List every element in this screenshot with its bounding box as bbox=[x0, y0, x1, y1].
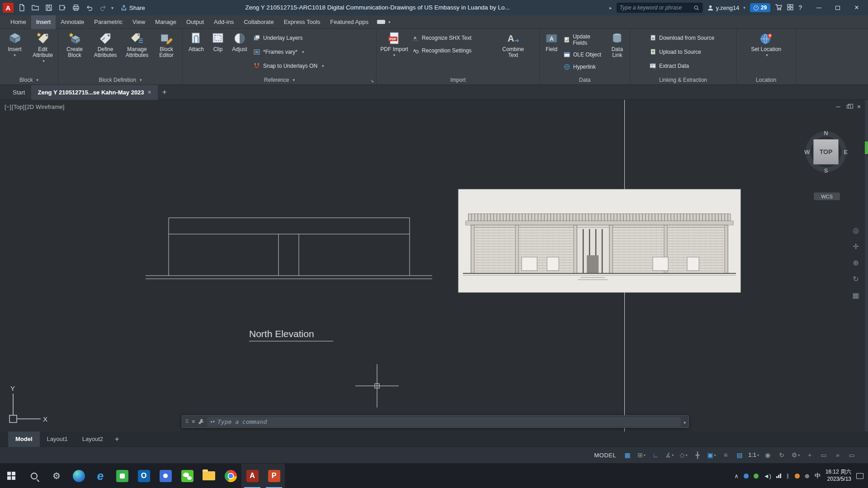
lineweight-icon[interactable]: ≡ bbox=[720, 449, 731, 461]
taskbar-app-chrome[interactable] bbox=[220, 464, 241, 488]
create-block-button[interactable]: Create Block bbox=[60, 30, 89, 74]
tab-output[interactable]: Output bbox=[181, 15, 209, 29]
quick-properties-icon[interactable]: ▭ bbox=[818, 449, 829, 461]
search-icon[interactable] bbox=[693, 5, 699, 11]
command-grip-handle[interactable]: ⠿ bbox=[185, 418, 189, 425]
annotation-text[interactable]: North Elevation bbox=[249, 328, 314, 339]
taskbar-search-button[interactable] bbox=[23, 464, 45, 488]
adjust-button[interactable]: Adjust bbox=[228, 30, 251, 74]
taskbar-clock[interactable]: 16:12 周六 2023/5/13 bbox=[826, 469, 851, 483]
combine-text-button[interactable]: A Combine Text bbox=[499, 30, 528, 74]
save-as-button[interactable] bbox=[57, 2, 68, 13]
model-space-canvas[interactable]: North Elevation bbox=[0, 100, 868, 432]
taskbar-app-green[interactable] bbox=[111, 464, 133, 488]
model-space-indicator[interactable]: MODEL bbox=[594, 452, 616, 459]
annotation-scale-button[interactable]: 1:1 bbox=[748, 449, 759, 461]
isometric-drafting-icon[interactable]: ◇ bbox=[678, 449, 689, 461]
share-button[interactable]: Share bbox=[121, 5, 145, 11]
tab-manage[interactable]: Manage bbox=[150, 15, 181, 29]
viewport-view-control[interactable]: [Top] bbox=[12, 103, 24, 110]
drawing-close-icon[interactable]: × bbox=[857, 103, 861, 110]
compass-south[interactable]: S bbox=[824, 167, 828, 174]
set-location-button[interactable]: Set Location bbox=[747, 30, 786, 74]
plot-button[interactable] bbox=[71, 2, 81, 13]
ucs-icon[interactable]: Y X bbox=[9, 385, 47, 423]
tab-featured-apps[interactable]: Featured Apps bbox=[325, 15, 373, 29]
pan-icon[interactable]: ✛ bbox=[849, 239, 863, 253]
new-layout-button[interactable]: + bbox=[115, 435, 119, 443]
compass-east[interactable]: E bbox=[844, 149, 848, 155]
clean-screen-icon[interactable]: ▭ bbox=[846, 449, 857, 461]
object-snap-tracking-icon[interactable]: ╋ bbox=[692, 449, 703, 461]
tray-app-blue-icon[interactable] bbox=[744, 474, 749, 479]
taskbar-app-edge[interactable] bbox=[68, 464, 90, 488]
drawing-minimize-icon[interactable] bbox=[836, 107, 840, 107]
tab-collaborate[interactable]: Collaborate bbox=[239, 15, 279, 29]
tab-model[interactable]: Model bbox=[8, 432, 40, 447]
tab-insert[interactable]: Insert bbox=[31, 15, 56, 29]
wcs-selector[interactable]: WCS bbox=[814, 192, 840, 200]
panel-label-data[interactable]: Data bbox=[540, 75, 630, 84]
show-motion-icon[interactable]: ▦ bbox=[849, 288, 863, 302]
scanned-elevation-image[interactable] bbox=[458, 189, 741, 292]
save-button[interactable] bbox=[43, 2, 54, 13]
view-cube[interactable]: N S W E TOP bbox=[806, 131, 846, 172]
tab-parametric[interactable]: Parametric bbox=[89, 15, 127, 29]
tab-express-tools[interactable]: Express Tools bbox=[279, 15, 326, 29]
update-fields-button[interactable]: Update Fields bbox=[563, 33, 605, 46]
command-line[interactable]: ⠿ × ▸▾ ▴ bbox=[182, 415, 689, 428]
search-input[interactable] bbox=[620, 5, 693, 11]
tray-expand-icon[interactable]: ∧ bbox=[734, 473, 739, 479]
wireframe-elevation[interactable] bbox=[146, 218, 432, 279]
panel-label-import[interactable]: Import bbox=[377, 75, 539, 84]
attach-button[interactable]: Attach bbox=[184, 30, 208, 74]
selection-cycling-icon[interactable]: ▤ bbox=[734, 449, 745, 461]
viewcube-top-face[interactable]: TOP bbox=[813, 139, 839, 164]
close-window-button[interactable]: × bbox=[847, 0, 866, 15]
scrollbar-thumb[interactable] bbox=[865, 141, 868, 154]
panel-label-linking[interactable]: Linking & Extraction bbox=[630, 75, 736, 84]
new-drawing-tab-button[interactable]: + bbox=[162, 88, 167, 97]
dialog-launcher-icon[interactable]: ↘ bbox=[370, 78, 374, 83]
panel-label-reference[interactable]: Reference ↘ bbox=[183, 75, 376, 84]
compass-west[interactable]: W bbox=[804, 149, 810, 155]
recent-commands-icon[interactable]: ▸▾ bbox=[211, 419, 215, 424]
define-attributes-button[interactable]: Define Attributes bbox=[90, 30, 121, 74]
taskbar-app-blue[interactable] bbox=[155, 464, 176, 488]
tab-layout2[interactable]: Layout2 bbox=[75, 432, 110, 447]
maximize-window-button[interactable] bbox=[828, 0, 847, 15]
taskbar-app-outlook[interactable]: O bbox=[133, 464, 155, 488]
new-file-button[interactable] bbox=[16, 2, 27, 13]
underlay-layers-button[interactable]: Underlay Layers bbox=[253, 34, 366, 42]
insert-block-button[interactable]: Insert ▾ bbox=[2, 30, 28, 74]
hyperlink-button[interactable]: Hyperlink bbox=[563, 63, 605, 70]
manage-attributes-button[interactable]: Manage Attributes bbox=[122, 30, 152, 74]
file-tab-start[interactable]: Start bbox=[6, 85, 31, 100]
help-button[interactable]: ? bbox=[798, 4, 802, 11]
start-button[interactable] bbox=[0, 464, 23, 488]
redo-button[interactable] bbox=[98, 2, 108, 13]
viewport-visual-style-control[interactable]: [2D Wireframe] bbox=[25, 103, 64, 110]
ole-object-button[interactable]: OLE Object bbox=[563, 51, 605, 58]
taskbar-app-edge-legacy[interactable]: e bbox=[90, 464, 111, 488]
app-launcher-button[interactable] bbox=[787, 4, 794, 12]
settings-button[interactable]: ⚙ bbox=[45, 464, 68, 488]
edit-attribute-button[interactable]: Edit Attribute bbox=[29, 30, 56, 74]
undo-button[interactable] bbox=[84, 2, 95, 13]
panel-label-location[interactable]: Location bbox=[736, 75, 796, 84]
tab-annotate[interactable]: Annotate bbox=[56, 15, 89, 29]
block-editor-button[interactable]: Block Editor bbox=[153, 30, 179, 74]
input-language-indicator[interactable]: 中 bbox=[815, 472, 821, 480]
data-link-button[interactable]: Data Link bbox=[606, 30, 628, 74]
object-snap-icon[interactable]: ▣ bbox=[706, 449, 717, 461]
command-input-field[interactable]: ▸▾ bbox=[207, 417, 681, 427]
frames-button[interactable]: *Frames vary* bbox=[253, 48, 366, 56]
file-tab-drawing[interactable]: Zeng Y 210512715...se Kahn-May 2023 × bbox=[31, 85, 157, 100]
upload-to-source-button[interactable]: Upload to Source bbox=[649, 48, 732, 56]
field-button[interactable]: A Field bbox=[542, 30, 561, 74]
title-overflow-chevron-icon[interactable]: ▸ bbox=[609, 5, 612, 11]
command-history-toggle-icon[interactable]: ▴ bbox=[684, 419, 686, 424]
pdf-import-button[interactable]: PDF PDF Import ▾ bbox=[378, 30, 410, 74]
orbit-icon[interactable]: ↻ bbox=[849, 272, 863, 286]
bluetooth-icon[interactable]: ᛒ bbox=[786, 473, 790, 479]
